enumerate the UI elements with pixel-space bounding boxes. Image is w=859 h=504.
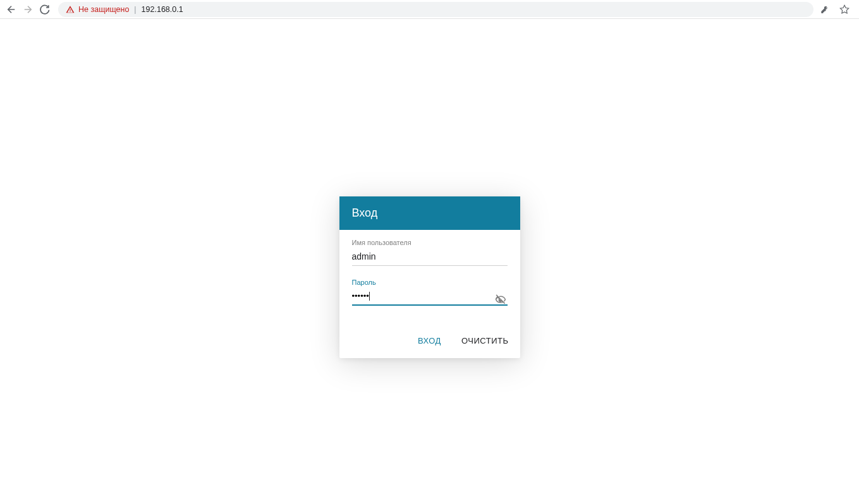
- page-content: Вход Имя пользователя Пароль •••••• ВХО: [0, 19, 859, 504]
- bookmark-star-icon[interactable]: [839, 4, 850, 15]
- warning-icon: [66, 5, 75, 14]
- back-button[interactable]: [5, 3, 18, 16]
- dialog-body: Имя пользователя Пароль ••••••: [339, 230, 520, 325]
- dialog-footer: ВХОД ОЧИСТИТЬ: [339, 325, 520, 358]
- forward-button[interactable]: [21, 3, 34, 16]
- address-bar[interactable]: Не защищено | 192.168.0.1: [58, 2, 813, 17]
- url-text: 192.168.0.1: [142, 5, 183, 14]
- password-wrapper: ••••••: [352, 289, 508, 306]
- visibility-off-icon[interactable]: [495, 294, 506, 305]
- login-button[interactable]: ВХОД: [415, 332, 444, 349]
- security-status: Не защищено: [78, 5, 129, 14]
- reload-button[interactable]: [38, 3, 51, 16]
- username-group: Имя пользователя: [352, 239, 508, 266]
- login-dialog: Вход Имя пользователя Пароль •••••• ВХО: [339, 196, 520, 358]
- dialog-title: Вход: [339, 196, 520, 230]
- separator: |: [134, 5, 136, 14]
- key-icon[interactable]: [820, 4, 831, 15]
- password-mask: ••••••: [352, 291, 369, 301]
- username-input[interactable]: [352, 249, 508, 266]
- username-label: Имя пользователя: [352, 239, 508, 246]
- password-input[interactable]: ••••••: [352, 289, 508, 306]
- browser-toolbar: Не защищено | 192.168.0.1: [0, 0, 859, 19]
- clear-button[interactable]: ОЧИСТИТЬ: [459, 332, 511, 349]
- password-group: Пароль ••••••: [352, 279, 508, 306]
- password-label: Пароль: [352, 279, 508, 286]
- text-cursor: [369, 292, 370, 301]
